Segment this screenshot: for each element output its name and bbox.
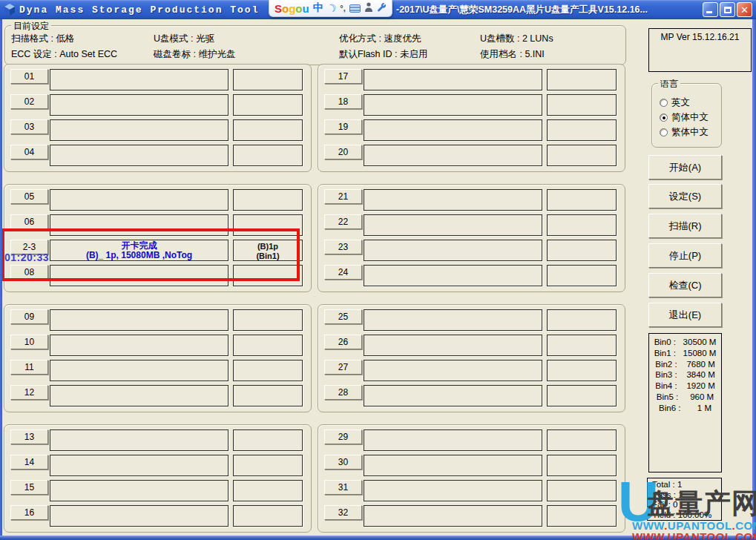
totals-line: Yield : 100.00% [652, 510, 721, 521]
language-option-2[interactable]: 简体中文 [660, 113, 709, 122]
slot-button-02[interactable]: 02 [10, 94, 48, 109]
slot-result-17 [547, 69, 617, 90]
slot-button-28[interactable]: 28 [324, 385, 362, 400]
slot-block-2: 05062-301:20:33开卡完成(B)_ 1p, 15080MB ,NoT… [4, 184, 312, 292]
scan-button[interactable]: 扫描(R) [648, 214, 722, 238]
exit-button[interactable]: 退出(E) [648, 303, 722, 327]
slot-status-12 [50, 385, 229, 406]
slot-result-02 [233, 94, 303, 116]
radio-icon[interactable] [660, 128, 668, 136]
slot-button-14[interactable]: 14 [10, 455, 48, 470]
slot-result-06 [233, 214, 303, 236]
settings-column-1: 扫描格式 : 低格ECC 设定 : Auto Set ECC [11, 31, 117, 62]
settings-column-3: 优化方式 : 速度优先默认Flash ID : 未启用 [339, 31, 427, 62]
slot-button-30[interactable]: 30 [324, 455, 362, 470]
slot-button-32[interactable]: 32 [324, 505, 362, 520]
slot-button-04[interactable]: 04 [10, 145, 48, 159]
watermark-url-dot: . [664, 519, 668, 532]
slot-button-03[interactable]: 03 [10, 119, 48, 134]
slot-button-18[interactable]: 18 [324, 94, 362, 109]
slot-block-6: 21222324 [318, 184, 625, 292]
slot-result-20 [547, 145, 617, 166]
sogou-logo-letter: S [275, 2, 282, 15]
slot-status-19 [364, 119, 542, 141]
slot-row-03: 03 [4, 119, 312, 142]
slot-button-29[interactable]: 29 [324, 429, 362, 444]
bin-stats-box: Bin0 : 30500 MBin1 : 15080 MBin2 : 7680 … [648, 333, 722, 472]
slot-row-31: 31 [318, 480, 626, 502]
slot-button-25[interactable]: 25 [324, 309, 362, 324]
slot-result-28 [547, 385, 617, 406]
ime-toolbar[interactable]: Sogou 中 ☽ °, [269, 0, 392, 17]
ime-person-icon[interactable] [364, 2, 373, 14]
settings-panel: 目前设定 扫描格式 : 低格ECC 设定 : Auto Set ECCU盘模式 … [4, 25, 626, 65]
slot-button-23[interactable]: 23 [324, 240, 362, 254]
slot-result-11 [233, 360, 303, 381]
slot-button-08[interactable]: 08 [10, 265, 48, 280]
slot-row-16: 16 [4, 505, 312, 527]
slot-row-2-3: 2-301:20:33开卡完成(B)_ 1p, 15080MB ,NoTog(B… [4, 240, 312, 262]
slot-block-3: 09101112 [4, 304, 312, 412]
ime-wrench-icon[interactable] [377, 2, 387, 14]
slot-button-27[interactable]: 27 [324, 360, 362, 375]
minimize-icon [706, 11, 712, 13]
slot-status-03 [50, 119, 229, 141]
slot-status-24 [364, 265, 542, 286]
ime-chinese-mode-icon[interactable]: 中 [313, 1, 323, 15]
slot-button-24[interactable]: 24 [324, 265, 362, 280]
slot-button-13[interactable]: 13 [10, 429, 48, 444]
bin-stat-line: Bin6 : 1 M [649, 403, 721, 414]
radio-icon[interactable] [660, 99, 668, 107]
slot-row-29: 29 [318, 429, 626, 452]
slot-button-26[interactable]: 26 [324, 335, 362, 349]
slot-button-05[interactable]: 05 [10, 189, 48, 204]
close-button[interactable]: ✕ [737, 2, 752, 17]
sogou-logo-letter: g [289, 2, 295, 15]
totals-line: Pass : 1 [652, 490, 721, 501]
maximize-button[interactable] [720, 2, 735, 17]
slot-button-11[interactable]: 11 [10, 360, 48, 375]
bin-stat-line: Bin1 : 15080 M [649, 348, 721, 359]
settings-line: 默认Flash ID : 未启用 [339, 47, 427, 62]
slot-status-13 [50, 429, 229, 451]
language-option-3[interactable]: 繁体中文 [660, 128, 709, 137]
slot-button-21[interactable]: 21 [324, 189, 362, 204]
slot-button-19[interactable]: 19 [324, 119, 362, 134]
language-group: 语言 英文简体中文繁体中文 [651, 83, 722, 148]
check-button[interactable]: 检查(C) [648, 273, 722, 297]
minimize-button[interactable] [703, 2, 718, 17]
slot-row-30: 30 [318, 455, 626, 477]
slot-status-15 [50, 480, 229, 501]
slot-time-2-3: 01:20:33 [1, 251, 52, 263]
slot-button-16[interactable]: 16 [10, 505, 48, 520]
slot-button-10[interactable]: 10 [10, 335, 48, 349]
ime-punctuation-icon[interactable]: °, [340, 4, 345, 13]
maximize-icon [724, 7, 732, 13]
settings-column-2: U盘模式 : 光驱磁盘卷标 : 维护光盘 [154, 31, 235, 62]
slot-button-22[interactable]: 22 [324, 214, 362, 229]
watermark-url-dot: . [732, 519, 736, 532]
slot-button-09[interactable]: 09 [10, 309, 48, 324]
ime-fullwidth-moon-icon[interactable]: ☽ [325, 1, 338, 15]
slot-button-31[interactable]: 31 [324, 480, 362, 495]
slot-button-17[interactable]: 17 [324, 69, 362, 84]
stop-button[interactable]: 停止(P) [648, 243, 722, 268]
slot-button-12[interactable]: 12 [10, 385, 48, 400]
slot-status-32 [364, 505, 542, 527]
radio-icon[interactable] [660, 113, 668, 122]
ime-keyboard-icon[interactable] [349, 4, 361, 13]
slot-button-15[interactable]: 15 [10, 480, 48, 495]
slot-button-06[interactable]: 06 [10, 214, 48, 229]
slot-row-14: 14 [4, 455, 312, 477]
language-option-1[interactable]: 英文 [660, 98, 690, 108]
slot-button-20[interactable]: 20 [324, 145, 362, 159]
slot-row-19: 19 [318, 119, 626, 142]
slot-status-01 [50, 69, 229, 90]
bin-stat-line: Bin0 : 30500 M [649, 337, 721, 348]
start-button[interactable]: 开始(A) [648, 155, 722, 180]
slot-result-27 [547, 360, 617, 381]
slot-status-22 [364, 214, 542, 236]
setting-button[interactable]: 设定(S) [648, 184, 722, 208]
settings-line: U盘槽数 : 2 LUNs [480, 31, 553, 47]
slot-button-01[interactable]: 01 [10, 69, 48, 84]
